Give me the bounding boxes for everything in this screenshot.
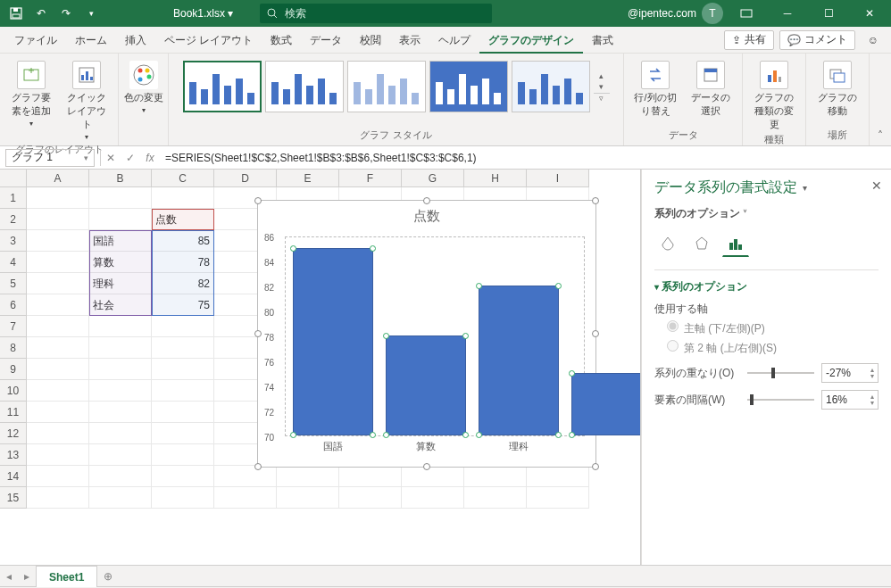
cell[interactable]: [27, 487, 89, 509]
cell[interactable]: [89, 487, 152, 509]
col-header[interactable]: I: [527, 170, 589, 187]
worksheet[interactable]: ABCDEFGHI 123456789101112131415 点数国語85算数…: [0, 170, 641, 565]
save-icon[interactable]: [5, 3, 27, 24]
cell[interactable]: [214, 466, 277, 487]
col-header[interactable]: H: [464, 170, 527, 187]
row-header[interactable]: 14: [0, 466, 27, 487]
col-header[interactable]: B: [89, 170, 152, 187]
row-header[interactable]: 9: [0, 359, 27, 380]
name-box[interactable]: グラフ 1▾: [5, 149, 95, 167]
cell[interactable]: [89, 402, 152, 423]
cell[interactable]: [27, 252, 89, 273]
cell[interactable]: [339, 466, 402, 487]
sheet-nav-prev-icon[interactable]: ◂: [0, 570, 18, 583]
cell[interactable]: [27, 187, 89, 209]
cell[interactable]: [89, 466, 152, 487]
col-header[interactable]: F: [339, 170, 402, 187]
tab-home[interactable]: ホーム: [66, 27, 116, 54]
cell[interactable]: [89, 380, 152, 402]
row-header[interactable]: 15: [0, 487, 27, 509]
cell[interactable]: [402, 466, 464, 487]
embedded-chart[interactable]: 点数 707274767880828486国語算数理科: [257, 200, 596, 468]
chart-bar[interactable]: [293, 248, 373, 435]
account-label[interactable]: @ipentec.com: [628, 7, 696, 20]
add-chart-element-button[interactable]: グラフ要素を追加▾: [7, 57, 55, 128]
chart-bar[interactable]: [386, 335, 466, 435]
series-options-icon[interactable]: [722, 230, 749, 257]
row-header[interactable]: 12: [0, 423, 27, 444]
chart-bar[interactable]: [479, 286, 559, 435]
col-header[interactable]: A: [27, 170, 89, 187]
cell[interactable]: 85: [152, 230, 214, 252]
col-header[interactable]: E: [277, 170, 339, 187]
row-headers[interactable]: 123456789101112131415: [0, 187, 27, 509]
enter-formula-icon[interactable]: ✓: [121, 152, 140, 164]
cell[interactable]: [152, 487, 214, 509]
tab-insert[interactable]: 挿入: [116, 27, 155, 54]
minimize-icon[interactable]: ─: [770, 0, 805, 27]
search-box[interactable]: 検索: [260, 4, 492, 23]
row-header[interactable]: 11: [0, 402, 27, 423]
tab-review[interactable]: 校閲: [351, 27, 390, 54]
cell[interactable]: [89, 337, 152, 359]
cell[interactable]: [339, 487, 402, 509]
chart-styles-gallery[interactable]: ▴▾▿: [183, 57, 610, 116]
change-chart-type-button[interactable]: グラフの種類の変更: [750, 57, 798, 131]
cell[interactable]: [27, 380, 89, 402]
cell[interactable]: [152, 337, 214, 359]
fill-line-icon[interactable]: [654, 230, 681, 257]
select-data-button[interactable]: データの選択: [687, 57, 735, 118]
cell[interactable]: [152, 359, 214, 380]
share-button[interactable]: ⇪共有: [724, 30, 774, 50]
cell[interactable]: [152, 380, 214, 402]
cell[interactable]: [152, 444, 214, 466]
gap-value-input[interactable]: 16%▴▾: [821, 390, 879, 410]
tab-chartdesign[interactable]: グラフのデザイン: [479, 27, 583, 54]
close-icon[interactable]: ✕: [852, 0, 887, 27]
cell[interactable]: 理科: [89, 273, 152, 294]
chart-style-5[interactable]: [512, 61, 590, 112]
cell[interactable]: [27, 230, 89, 252]
cell[interactable]: [152, 316, 214, 337]
cell[interactable]: 国語: [89, 230, 152, 252]
row-header[interactable]: 2: [0, 209, 27, 230]
sheet-tab[interactable]: Sheet1: [36, 566, 97, 587]
cell[interactable]: 算数: [89, 252, 152, 273]
comments-button[interactable]: 💬コメント: [779, 30, 855, 50]
chart-title[interactable]: 点数: [258, 201, 595, 228]
cell[interactable]: [27, 359, 89, 380]
quick-layout-button[interactable]: クイックレイアウト▾: [62, 57, 111, 141]
col-header[interactable]: C: [152, 170, 214, 187]
tab-pagelayout[interactable]: ページ レイアウト: [155, 27, 262, 54]
chart-style-3[interactable]: [347, 61, 426, 112]
cell[interactable]: [527, 466, 589, 487]
chart-style-more-button[interactable]: ▴▾▿: [594, 61, 610, 112]
cell[interactable]: 82: [152, 273, 214, 294]
undo-icon[interactable]: ↶: [30, 3, 52, 24]
formula-input[interactable]: =SERIES(Sheet1!$C$2,Sheet1!$B$3:$B$6,She…: [160, 152, 891, 164]
tab-help[interactable]: ヘルプ: [429, 27, 479, 54]
redo-icon[interactable]: ↷: [55, 3, 77, 24]
cell[interactable]: [464, 487, 527, 509]
cell[interactable]: [27, 209, 89, 230]
row-header[interactable]: 8: [0, 337, 27, 359]
sheet-nav-next-icon[interactable]: ▸: [18, 570, 36, 583]
cell[interactable]: [27, 466, 89, 487]
row-header[interactable]: 4: [0, 252, 27, 273]
fx-icon[interactable]: fx: [140, 152, 160, 164]
tab-formulas[interactable]: 数式: [262, 27, 301, 54]
cell[interactable]: [27, 294, 89, 316]
pane-close-icon[interactable]: ✕: [871, 178, 882, 193]
pane-subtitle[interactable]: 系列のオプション ˅: [654, 206, 879, 221]
cell[interactable]: [277, 466, 339, 487]
select-all-corner[interactable]: [0, 170, 27, 187]
cell[interactable]: 社会: [89, 294, 152, 316]
cell[interactable]: [27, 316, 89, 337]
row-header[interactable]: 13: [0, 444, 27, 466]
gap-slider[interactable]: [747, 399, 814, 401]
overlap-value-input[interactable]: -27%▴▾: [821, 363, 879, 383]
move-chart-button[interactable]: グラフの移動: [813, 57, 862, 118]
cell[interactable]: [527, 487, 589, 509]
cell[interactable]: [27, 273, 89, 294]
maximize-icon[interactable]: ☐: [811, 0, 846, 27]
